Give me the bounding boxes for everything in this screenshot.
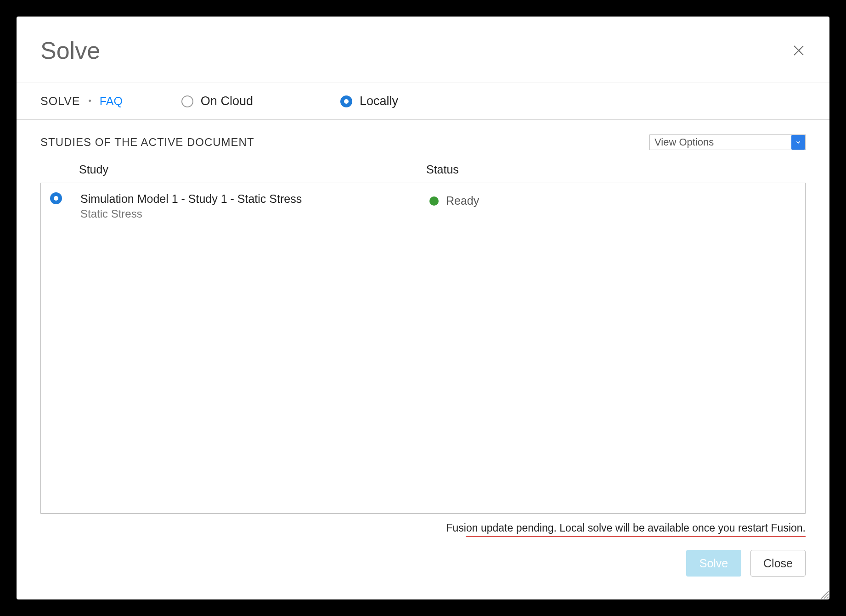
tab-row: SOLVE • FAQ On Cloud Locally [17,83,829,120]
study-name: Simulation Model 1 - Study 1 - Static St… [80,191,429,207]
section-title: STUDIES OF THE ACTIVE DOCUMENT [40,136,254,149]
radio-label: Locally [360,94,398,108]
button-row: Solve Close [40,536,806,590]
close-icon[interactable] [792,44,806,57]
column-status: Status [426,163,806,176]
chevron-down-icon [791,135,805,150]
radio-icon [340,95,352,107]
radio-icon[interactable] [50,192,62,204]
radio-icon [181,95,193,107]
close-button[interactable]: Close [750,550,806,577]
solve-button[interactable]: Solve [686,550,741,577]
location-radio-group: On Cloud Locally [181,94,398,108]
status-cell: Ready [429,194,479,207]
tab-solve[interactable]: SOLVE [40,95,80,108]
study-row[interactable]: Simulation Model 1 - Study 1 - Static St… [41,183,805,229]
study-list: Simulation Model 1 - Study 1 - Static St… [40,183,806,514]
svg-line-4 [827,597,829,599]
column-study: Study [40,163,426,176]
study-type: Static Stress [80,207,429,220]
footer-message: Fusion update pending. Local solve will … [40,514,806,536]
status-dot-icon [429,196,439,206]
view-options-label: View Options [654,136,714,148]
study-text: Simulation Model 1 - Study 1 - Static St… [80,191,429,220]
view-options-select[interactable]: View Options [649,134,806,150]
solve-dialog: Solve SOLVE • FAQ On Cloud Locally STUDI… [17,17,829,599]
table-header: Study Status [40,163,806,183]
radio-locally[interactable]: Locally [340,94,398,108]
tab-faq[interactable]: FAQ [100,95,123,108]
radio-label: On Cloud [201,94,253,108]
dialog-body: STUDIES OF THE ACTIVE DOCUMENT View Opti… [17,120,829,599]
tab-separator: • [89,96,91,106]
footer-message-text: Fusion update pending. Local solve will … [446,522,806,534]
dialog-header: Solve [17,17,829,83]
resize-grip-icon[interactable] [819,589,829,599]
status-text: Ready [446,194,479,207]
radio-on-cloud[interactable]: On Cloud [181,94,253,108]
dialog-title: Solve [40,37,100,64]
section-header-row: STUDIES OF THE ACTIVE DOCUMENT View Opti… [40,134,806,150]
message-underline [466,536,806,537]
